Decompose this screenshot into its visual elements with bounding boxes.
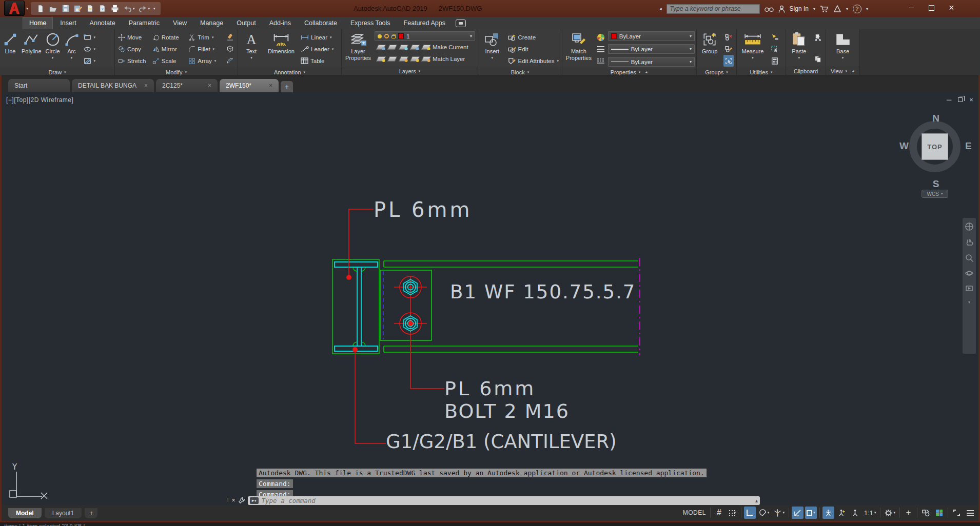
layer-lock-icon[interactable] <box>410 45 420 50</box>
panel-label-modify[interactable]: Modify▾ <box>115 69 238 75</box>
new-tab-button[interactable]: + <box>281 81 293 92</box>
ribbon-tab-insert[interactable]: Insert <box>54 17 82 29</box>
ucs-icon[interactable] <box>10 472 47 499</box>
linetype-caret-icon[interactable]: ▾ <box>690 59 692 64</box>
a360-icon[interactable] <box>833 5 841 13</box>
layer-match-icon[interactable] <box>421 56 431 62</box>
create-block-button[interactable]: Create <box>506 31 560 43</box>
viewcube-west[interactable]: W <box>899 140 909 152</box>
model-tab[interactable]: Model <box>8 508 42 518</box>
ribbon-tab-manage[interactable]: Manage <box>194 17 229 29</box>
polyline-button[interactable]: Polyline <box>21 30 43 68</box>
panel-label-utilities[interactable]: Utilities▾ <box>737 69 786 75</box>
annotation-scale-person-icon[interactable] <box>849 507 861 519</box>
layer-dropdown[interactable]: 1 ▾ <box>375 31 475 41</box>
layer-make-current-icon[interactable] <box>421 45 431 50</box>
navigation-wheel-icon[interactable] <box>965 222 974 231</box>
panel-label-draw[interactable]: Draw▾ <box>0 69 114 75</box>
polar-tracking-toggle[interactable]: ▾ <box>757 507 771 519</box>
base-button[interactable]: Base▾ <box>830 30 856 66</box>
layer-freeze-icon[interactable] <box>399 45 408 50</box>
quick-select-button[interactable] <box>770 31 780 43</box>
linear-dimension-button[interactable]: Linear▾ <box>299 31 335 43</box>
help-button[interactable]: ? <box>853 5 861 13</box>
layer-properties-button[interactable]: Layer Properties <box>343 30 373 66</box>
viewcube[interactable]: N S W E TOP WCS▾ <box>906 113 966 203</box>
app-store-cart-icon[interactable] <box>820 5 829 13</box>
layer-color-swatch[interactable] <box>398 33 404 39</box>
base-caret-icon[interactable]: ▾ <box>842 56 844 60</box>
zoom-icon[interactable] <box>965 254 973 262</box>
help-search-input[interactable] <box>667 4 760 14</box>
edit-attributes-button[interactable]: Edit Attributes▾ <box>506 55 560 67</box>
select-objects-button[interactable] <box>770 43 780 55</box>
model-space-button[interactable]: MODEL <box>681 507 708 519</box>
text-button[interactable]: A Text▾ <box>240 30 263 68</box>
lineweight-caret-icon[interactable]: ▾ <box>690 47 692 51</box>
stretch-button[interactable]: Stretch <box>116 55 149 67</box>
redo-caret-icon[interactable]: ▾ <box>148 7 150 11</box>
layer-dropdown-caret-icon[interactable]: ▾ <box>470 34 472 38</box>
ellipse-caret-icon[interactable]: ▾ <box>94 47 96 51</box>
undo-button[interactable]: ▾ <box>123 5 135 12</box>
annotation-visibility-toggle[interactable] <box>822 507 834 519</box>
command-input-bar[interactable]: ▸▾ ▴ <box>248 496 760 505</box>
table-button[interactable]: Table <box>299 55 335 67</box>
ribbon-tab-addins[interactable]: Add-ins <box>263 17 297 29</box>
file-tab-start[interactable]: Start <box>8 79 70 92</box>
navigation-bar[interactable]: ▾ <box>963 218 976 354</box>
app-menu-caret-icon[interactable]: ▾ <box>26 6 28 11</box>
command-close-icon[interactable]: × <box>232 497 236 504</box>
ribbon-tab-parametric[interactable]: Parametric <box>123 17 166 29</box>
lineweight-button[interactable] <box>596 43 606 55</box>
ribbon-tab-view[interactable]: View <box>167 17 193 29</box>
publish-icon[interactable] <box>98 4 107 13</box>
scale-button[interactable]: Scale <box>151 55 186 67</box>
redo-button[interactable]: ▾ <box>139 5 150 12</box>
object-snap-toggle[interactable]: ▾ <box>805 507 817 519</box>
layer-on-icon[interactable] <box>378 34 382 38</box>
command-customize-wrench-icon[interactable] <box>238 497 245 504</box>
rotate-button[interactable]: Rotate <box>151 31 186 43</box>
mirror-button[interactable]: Mirror <box>151 43 186 55</box>
help-caret-icon[interactable]: ▾ <box>866 7 868 11</box>
object-snap-tracking-toggle[interactable] <box>792 507 803 519</box>
offset-button[interactable] <box>225 55 236 67</box>
close-button[interactable]: × <box>949 3 954 13</box>
copy-clip-button[interactable] <box>813 53 823 65</box>
leader-button[interactable]: Leader▾ <box>299 43 335 55</box>
paste-button[interactable]: Paste▾ <box>788 30 811 66</box>
label-girder[interactable]: G1/G2/B1 (CANTILEVER) <box>386 431 617 453</box>
fillet-caret-icon[interactable]: ▾ <box>213 47 215 51</box>
label-plate-top[interactable]: PL 6mm <box>374 198 473 221</box>
arc-button[interactable]: Arc▾ <box>63 30 81 68</box>
print-icon[interactable] <box>110 4 120 13</box>
save-as-icon[interactable] <box>73 4 82 13</box>
wcs-dropdown[interactable]: WCS▾ <box>922 190 948 198</box>
command-drag-handle[interactable]: ⁞ <box>227 498 229 503</box>
viewcube-east[interactable]: E <box>965 140 972 152</box>
open-file-icon[interactable] <box>48 4 57 13</box>
linetype-button[interactable] <box>595 55 606 67</box>
feedback-app-icon[interactable] <box>456 19 466 27</box>
command-input[interactable] <box>262 497 752 504</box>
explode-button[interactable] <box>225 43 236 55</box>
ribbon-tab-output[interactable]: Output <box>230 17 262 29</box>
model-space-canvas[interactable]: [−][Top][2D Wireframe] ─ × <box>0 92 980 505</box>
tab-close-icon[interactable]: × <box>269 82 272 89</box>
a360-caret-icon[interactable]: ▾ <box>846 7 848 11</box>
ribbon-tab-featured-apps[interactable]: Featured Apps <box>398 17 452 29</box>
linetype-dropdown[interactable]: ByLayer▾ <box>608 57 695 67</box>
orbit-icon[interactable] <box>965 269 973 277</box>
command-history-expand-icon[interactable]: ▴ <box>755 498 758 503</box>
sign-in-caret-icon[interactable]: ▾ <box>813 7 815 11</box>
move-button[interactable]: Move <box>116 31 149 43</box>
circle-button[interactable]: Circle▾ <box>44 30 62 68</box>
snap-toggle[interactable]: ▾ <box>727 507 738 519</box>
rectangle-tool-button[interactable]: ▾ <box>82 31 97 43</box>
layer-isolate-icon[interactable] <box>387 45 397 50</box>
customization-button[interactable] <box>964 507 976 519</box>
fillet-button[interactable]: Fillet▾ <box>187 43 223 55</box>
ellipse-tool-button[interactable]: ▾ <box>82 43 97 55</box>
beam-plan-view[interactable] <box>380 261 638 352</box>
